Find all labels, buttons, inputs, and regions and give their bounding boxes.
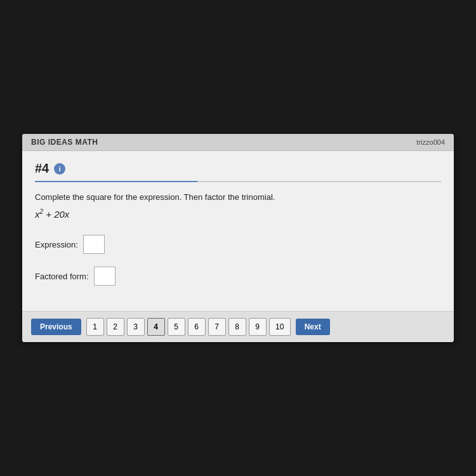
page-3-button[interactable]: 3 xyxy=(127,318,145,336)
expression-label: Expression: xyxy=(35,240,78,249)
page-1-button[interactable]: 1 xyxy=(86,318,104,336)
page-4-button[interactable]: 4 xyxy=(147,318,165,336)
top-bar: BIG IDEAS MATH trizzo004 xyxy=(22,134,454,151)
content-area: #4 i Complete the square for the express… xyxy=(22,151,454,311)
page-5-button[interactable]: 5 xyxy=(168,318,185,336)
app-logo: BIG IDEAS MATH xyxy=(31,138,98,147)
page-9-button[interactable]: 9 xyxy=(249,318,267,336)
factored-label: Factored form: xyxy=(35,272,89,281)
factored-row: Factored form: xyxy=(35,267,441,286)
question-number: #4 xyxy=(35,161,49,176)
instruction-text: Complete the square for the expression. … xyxy=(35,192,441,202)
question-header: #4 i xyxy=(35,161,441,176)
app-window: BIG IDEAS MATH trizzo004 #4 i Complete t… xyxy=(22,134,454,342)
page-6-button[interactable]: 6 xyxy=(188,318,206,336)
next-button[interactable]: Next xyxy=(296,319,330,335)
username: trizzo004 xyxy=(416,138,445,146)
page-10-button[interactable]: 10 xyxy=(269,318,291,336)
expression-row: Expression: xyxy=(35,235,441,254)
page-8-button[interactable]: 8 xyxy=(228,318,246,336)
math-expression: x2 + 20x xyxy=(35,208,441,220)
info-icon[interactable]: i xyxy=(54,163,65,175)
expression-input[interactable] xyxy=(83,235,105,254)
factored-input[interactable] xyxy=(94,267,116,286)
pagination-bar: Previous 1 2 3 4 5 6 7 8 9 10 Next xyxy=(22,311,454,342)
previous-button[interactable]: Previous xyxy=(31,319,81,335)
page-7-button[interactable]: 7 xyxy=(208,318,226,336)
page-2-button[interactable]: 2 xyxy=(107,318,124,336)
divider xyxy=(35,181,441,182)
